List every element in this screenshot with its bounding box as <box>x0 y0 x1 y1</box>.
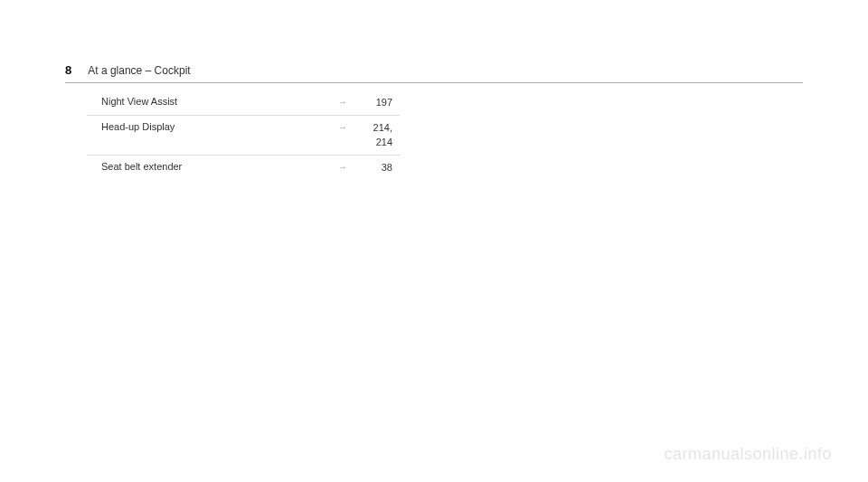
page-number: 8 <box>65 63 71 77</box>
row-pages: 197 <box>356 96 392 109</box>
row-label: Seat belt extender <box>101 161 338 172</box>
row-label: Night View Assist <box>101 96 338 107</box>
section-title: At a glance – Cockpit <box>88 64 190 77</box>
table-row: Night View Assist → 197 <box>87 90 400 116</box>
row-pages: 214,214 <box>356 121 392 149</box>
arrow-icon: → <box>338 121 356 132</box>
arrow-icon: → <box>338 96 356 107</box>
table-row: Head-up Display → 214,214 <box>87 116 400 156</box>
table-row: Seat belt extender → 38 <box>87 156 400 180</box>
reference-table: Night View Assist → 197 Head-up Display … <box>87 90 400 181</box>
page-header: 8 At a glance – Cockpit <box>65 63 803 83</box>
row-label: Head-up Display <box>101 121 338 132</box>
watermark: carmanualsonline.info <box>664 445 832 464</box>
row-pages: 38 <box>356 161 392 175</box>
arrow-icon: → <box>338 161 356 172</box>
